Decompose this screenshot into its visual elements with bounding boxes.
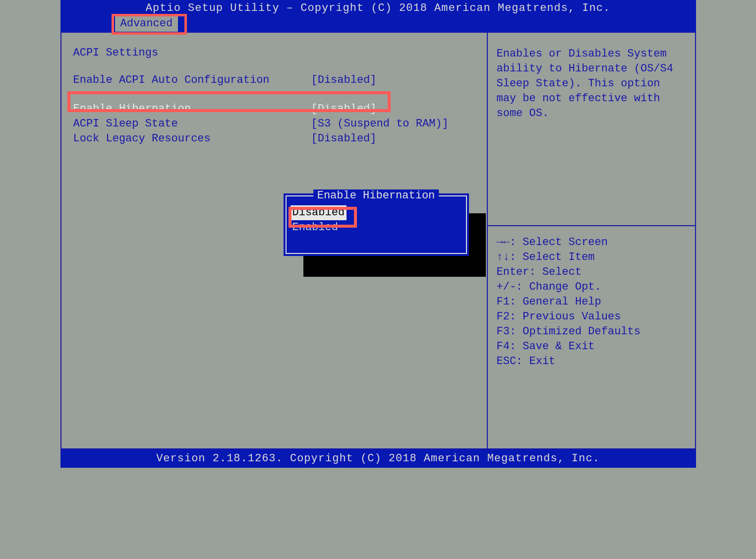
key-help-item: +/-: Change Opt.: [497, 280, 686, 295]
key-help-item: F1: General Help: [497, 295, 686, 310]
setting-label: Lock Legacy Resources: [73, 131, 311, 146]
setting-label: Enable ACPI Auto Configuration: [73, 73, 311, 88]
setting-label: Enable Hibernation: [73, 102, 311, 117]
key-help-item: ↑↓: Select Item: [497, 250, 686, 265]
help-text: Enables or Disables System ability to Hi…: [497, 47, 686, 121]
tab-advanced[interactable]: Advanced: [115, 15, 178, 32]
setting-value: [Disabled]: [311, 73, 377, 88]
footer: Version 2.18.1263. Copyright (C) 2018 Am…: [60, 449, 696, 468]
header-title: Aptio Setup Utility – Copyright (C) 2018…: [60, 0, 696, 14]
setting-value: [S3 (Suspend to RAM)]: [311, 117, 449, 131]
key-help-item: F4: Save & Exit: [497, 339, 686, 354]
popup-option-disabled[interactable]: Disabled: [291, 205, 347, 220]
setting-acpi-sleep-state[interactable]: ACPI Sleep State [S3 (Suspend to RAM)]: [73, 117, 475, 131]
setting-label: ACPI Sleep State: [73, 117, 311, 131]
setting-value: [Disabled]: [311, 102, 377, 117]
selection-popup: Enable Hibernation Disabled Enabled: [284, 193, 469, 256]
section-title: ACPI Settings: [73, 47, 475, 59]
key-help-list: →←: Select Screen ↑↓: Select Item Enter:…: [497, 235, 686, 369]
help-panel: Enables or Disables System ability to Hi…: [487, 33, 695, 448]
popup-title: Enable Hibernation: [313, 189, 439, 202]
key-help-item: →←: Select Screen: [497, 235, 686, 250]
setting-enable-hibernation[interactable]: Enable Hibernation [Disabled]: [73, 102, 475, 117]
setting-value: [Disabled]: [311, 131, 377, 146]
key-help-item: Enter: Select: [497, 265, 686, 280]
setting-acpi-auto-config[interactable]: Enable ACPI Auto Configuration [Disabled…: [73, 73, 475, 88]
setting-lock-legacy-resources[interactable]: Lock Legacy Resources [Disabled]: [73, 131, 475, 146]
key-help-item: F3: Optimized Defaults: [497, 324, 686, 339]
popup-option-enabled[interactable]: Enabled: [291, 221, 340, 234]
bios-header: Aptio Setup Utility – Copyright (C) 2018…: [60, 0, 696, 32]
divider: [488, 225, 695, 226]
key-help-item: ESC: Exit: [497, 354, 686, 369]
key-help-item: F2: Previous Values: [497, 310, 686, 324]
